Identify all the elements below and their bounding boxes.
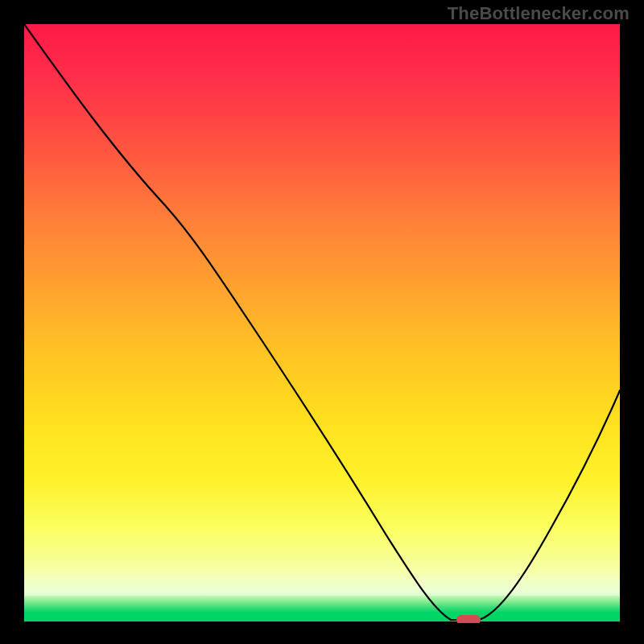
- bottleneck-curve: [24, 24, 620, 620]
- chart-frame: TheBottlenecker.com: [0, 0, 644, 644]
- minimum-marker: [456, 615, 481, 623]
- curve-overlay: [24, 24, 620, 623]
- watermark-text: TheBottlenecker.com: [448, 3, 630, 24]
- plot-area: [24, 24, 620, 623]
